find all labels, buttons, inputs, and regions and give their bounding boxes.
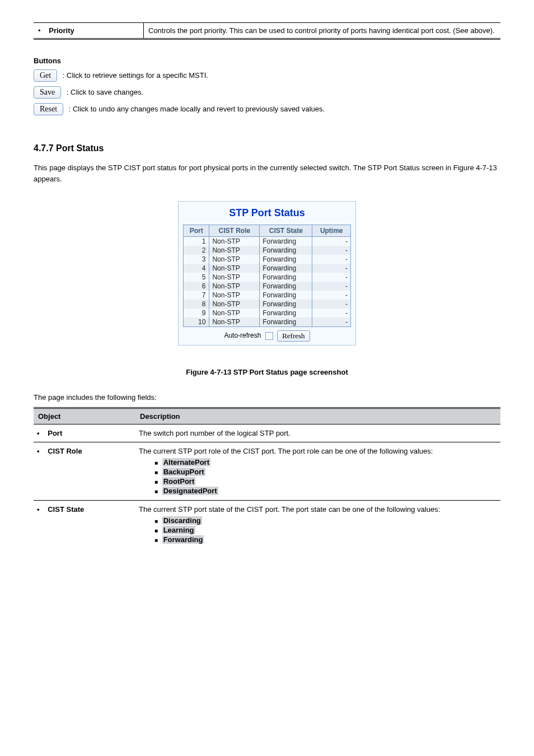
desc-hdr-description: Description — [135, 408, 500, 424]
stp-header-3: Uptime — [312, 225, 351, 237]
cistrole-list: ■ AlternatePort■ BackupPort■ RootPort■ D… — [139, 458, 497, 496]
list-item: ■ Discarding — [154, 516, 497, 525]
get-desc: : Click to retrieve settings for a speci… — [63, 71, 208, 80]
save-button[interactable]: Save — [34, 86, 61, 99]
table-row: 1Non-STPForwarding- — [184, 237, 351, 246]
stp-header-0: Port — [184, 225, 209, 237]
table-row: 2Non-STPForwarding- — [184, 246, 351, 255]
figure-caption: Figure 4-7-13 STP Port Status page scree… — [34, 368, 500, 376]
obj-port-desc: The switch port number of the logical ST… — [135, 424, 500, 442]
auto-refresh-checkbox[interactable] — [265, 332, 273, 340]
list-item: ■ DesignatedPort — [154, 486, 497, 496]
list-item: ■ RootPort — [154, 477, 497, 486]
section-body: This page displays the STP CIST port sta… — [34, 162, 500, 184]
obj-ciststate-lead: The current STP port state of the CIST p… — [139, 505, 440, 514]
priority-row-table: • Priority Controls the port priority. T… — [34, 22, 500, 40]
buttons-heading: Buttons — [34, 57, 500, 65]
auto-refresh-label: Auto-refresh — [224, 332, 261, 339]
ciststate-list: ■ Discarding■ Learning■ Forwarding — [139, 516, 497, 544]
stp-panel-title: STP Port Status — [183, 207, 351, 219]
table-row: 4Non-STPForwarding- — [184, 264, 351, 273]
table-row: 9Non-STPForwarding- — [184, 309, 351, 318]
table-row: 8Non-STPForwarding- — [184, 300, 351, 309]
stp-header-2: CIST State — [260, 225, 312, 237]
obj-ciststate: CIST State — [48, 505, 84, 514]
list-item: ■ BackupPort — [154, 467, 497, 477]
desc-table: Object Description • Port The switch por… — [34, 407, 500, 549]
stp-header-1: CIST Role — [209, 225, 260, 237]
table-row: 7Non-STPForwarding- — [184, 291, 351, 300]
obj-cistrole: CIST Role — [48, 447, 82, 455]
list-item: ■ AlternatePort — [154, 458, 497, 467]
priority-label: Priority — [49, 26, 74, 35]
list-item: ■ Forwarding — [154, 535, 497, 544]
obj-cistrole-lead: The current STP port role of the CIST po… — [139, 447, 433, 455]
table-row: 6Non-STPForwarding- — [184, 282, 351, 291]
obj-port: Port — [48, 429, 62, 437]
refresh-button[interactable]: Refresh — [277, 330, 310, 342]
desc-hdr-object: Object — [34, 408, 135, 424]
desc-intro: The page includes the following fields: — [34, 393, 500, 402]
get-button[interactable]: Get — [34, 69, 57, 82]
save-desc: : Click to save changes. — [67, 88, 143, 96]
priority-desc: Controls the port priority. This can be … — [144, 23, 501, 39]
reset-button[interactable]: Reset — [34, 103, 63, 115]
stp-table: PortCIST RoleCIST StateUptime 1Non-STPFo… — [183, 225, 351, 327]
table-row: 3Non-STPForwarding- — [184, 255, 351, 264]
table-row: 10Non-STPForwarding- — [184, 318, 351, 327]
section-heading: 4.7.7 Port Status — [34, 143, 500, 153]
reset-desc: : Click to undo any changes made locally… — [69, 105, 325, 113]
table-row: 5Non-STPForwarding- — [184, 273, 351, 282]
list-item: ■ Learning — [154, 525, 497, 535]
stp-panel: STP Port Status PortCIST RoleCIST StateU… — [178, 201, 356, 346]
